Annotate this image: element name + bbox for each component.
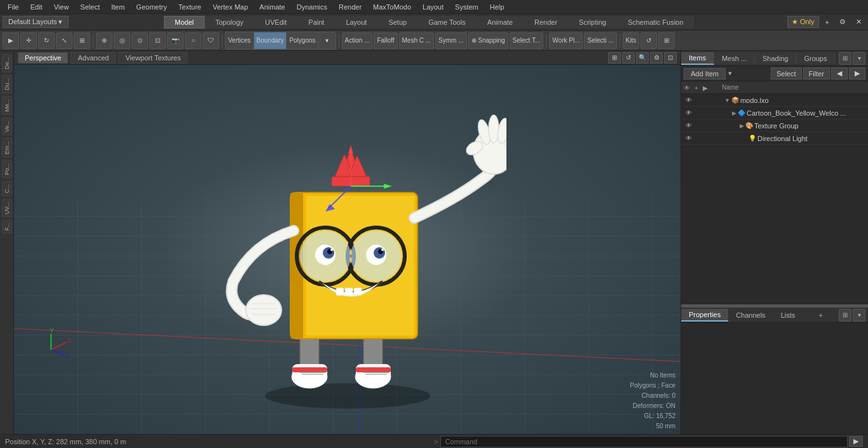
shield-btn[interactable]: 🛡: [203, 32, 219, 49]
layout-settings-btn[interactable]: ⚙: [836, 17, 850, 27]
vp-tab-perspective[interactable]: Perspective: [18, 52, 68, 64]
panel-expand-btn[interactable]: ⊞: [839, 52, 851, 65]
panel-tab-shading[interactable]: Shading: [755, 53, 796, 64]
layout-tab-game-tools[interactable]: Game Tools: [417, 16, 477, 29]
command-input[interactable]: [440, 436, 848, 447]
falloff-btn[interactable]: Falloff: [374, 32, 397, 49]
menu-animate[interactable]: Animate: [254, 2, 290, 12]
polygons-btn[interactable]: Polygons: [287, 32, 318, 49]
layout-tab-layout[interactable]: Layout: [335, 16, 377, 29]
lock-btn[interactable]: ⊙: [132, 32, 148, 49]
menu-geometry[interactable]: Geometry: [131, 2, 172, 12]
command-run-btn[interactable]: ▶: [849, 436, 863, 447]
left-sidebar-tab-8[interactable]: F...: [2, 220, 12, 234]
scale-mode-btn[interactable]: ⤡: [56, 32, 72, 49]
left-sidebar-tab-4[interactable]: Em...: [2, 138, 12, 158]
selecti-btn[interactable]: Selecti ...: [584, 32, 616, 49]
vp-settings-btn[interactable]: ⚙: [650, 52, 663, 64]
panel-tab-mesh[interactable]: Mesh ...: [714, 53, 755, 64]
layout-tab-model[interactable]: Model: [164, 16, 205, 29]
world-btn[interactable]: ⊕: [96, 32, 112, 49]
snapping-btn[interactable]: ⊕ Snapping: [468, 32, 508, 49]
vp-expand-btn[interactable]: ⊡: [664, 52, 677, 64]
menu-maxtomodo[interactable]: MaxToModo: [368, 2, 416, 12]
arrow-texture[interactable]: ▶: [740, 123, 744, 129]
left-sidebar-tab-2[interactable]: Me...: [2, 96, 12, 115]
snap-btn[interactable]: ◎: [114, 32, 130, 49]
layout-tab-scripting[interactable]: Scripting: [568, 16, 617, 29]
vp-tab-advanced[interactable]: Advanced: [71, 52, 116, 64]
eye-icon-texture[interactable]: 👁: [684, 121, 694, 131]
layout-tab-topology[interactable]: Topology: [205, 16, 254, 29]
filter-btn[interactable]: Filter: [803, 67, 830, 79]
transform-mode-btn[interactable]: ⊞: [74, 32, 90, 49]
menu-texture[interactable]: Texture: [173, 2, 207, 12]
left-sidebar-tab-0[interactable]: De...: [2, 54, 12, 72]
grid-btn[interactable]: ⊡: [149, 32, 166, 49]
menu-edit[interactable]: Edit: [25, 2, 48, 12]
eye-icon-book[interactable]: 👁: [684, 108, 694, 118]
viewport-canvas[interactable]: X Y Z No Items Polygons ; Face Channels:…: [14, 65, 681, 434]
eye-icon-modo[interactable]: 👁: [684, 95, 694, 105]
panel-tab-groups[interactable]: Groups: [796, 53, 835, 64]
item-row-modo-lxo[interactable]: 👁 ▼ 📦 modo.lxo: [681, 94, 868, 107]
expand-btn[interactable]: ▶: [849, 67, 865, 79]
left-sidebar-tab-7[interactable]: UV...: [2, 199, 12, 217]
layout-tab-paint[interactable]: Paint: [297, 16, 335, 29]
layout-tab-render[interactable]: Render: [524, 16, 568, 29]
menu-dynamics[interactable]: Dynamics: [292, 2, 332, 12]
vertices-btn[interactable]: Vertices: [226, 32, 254, 49]
collapse-btn[interactable]: ◀: [831, 67, 848, 79]
menu-layout[interactable]: Layout: [417, 2, 449, 12]
props-collapse-btn[interactable]: ▾: [853, 309, 865, 322]
viewport[interactable]: Perspective Advanced Viewport Textures ⊞…: [14, 51, 681, 434]
star-only-btn[interactable]: ★ Only: [787, 16, 819, 28]
menu-help[interactable]: Help: [485, 2, 510, 12]
left-sidebar-tab-6[interactable]: C...: [2, 181, 12, 196]
left-sidebar-tab-5[interactable]: Po...: [2, 160, 12, 179]
menu-select[interactable]: Select: [75, 2, 105, 12]
layout-tab-animate[interactable]: Animate: [477, 16, 524, 29]
select-mode-btn[interactable]: ▶: [3, 32, 19, 49]
select-btn[interactable]: Select: [771, 67, 802, 79]
circle-btn[interactable]: ○: [185, 32, 201, 49]
menu-render[interactable]: Render: [334, 2, 367, 12]
work-pl-btn[interactable]: Work Pl...: [549, 32, 583, 49]
expand-view-btn[interactable]: ⊞: [658, 32, 675, 49]
add-layout-btn[interactable]: +: [822, 17, 833, 27]
arrow-book[interactable]: ▶: [732, 110, 736, 116]
vp-zoom-btn[interactable]: 🔍: [636, 52, 649, 64]
props-plus-btn[interactable]: +: [813, 311, 827, 319]
layout-tab-schematic-fusion[interactable]: Schematic Fusion: [617, 16, 694, 29]
vp-tab-textures[interactable]: Viewport Textures: [118, 52, 187, 64]
layout-tab-uvedit[interactable]: UVEdit: [254, 16, 297, 29]
eye-icon-light[interactable]: 👁: [684, 133, 694, 144]
layout-close-btn[interactable]: ✕: [852, 17, 865, 27]
arrow-modo[interactable]: ▼: [724, 97, 730, 104]
menu-system[interactable]: System: [450, 2, 484, 12]
left-sidebar-tab-1[interactable]: Du...: [2, 75, 12, 93]
props-tab-channels[interactable]: Channels: [728, 309, 773, 321]
left-sidebar-tab-3[interactable]: Ve...: [2, 118, 12, 135]
move-mode-btn[interactable]: ✛: [20, 32, 37, 49]
vp-reset-btn[interactable]: ↺: [622, 52, 635, 64]
select-t-btn[interactable]: Select T...: [510, 32, 544, 49]
symm-btn[interactable]: Symm ...: [435, 32, 466, 49]
rotate-mode-btn[interactable]: ↻: [38, 32, 55, 49]
item-row-cartoon-book[interactable]: 👁 ▶ 🔷 Cartoon_Book_Yellow_Welco ...: [681, 107, 868, 119]
kits-btn[interactable]: Kits: [623, 32, 640, 49]
boundary-btn[interactable]: Boundary: [254, 32, 287, 49]
more-btn[interactable]: ▾: [319, 32, 336, 49]
menu-view[interactable]: View: [49, 2, 74, 12]
props-tab-lists[interactable]: Lists: [773, 309, 803, 321]
default-layouts-dropdown[interactable]: Default Layouts ▾: [3, 16, 69, 28]
camera-btn[interactable]: 📷: [167, 32, 184, 49]
vp-home-btn[interactable]: ⊞: [608, 52, 621, 64]
menu-vertex-map[interactable]: Vertex Map: [208, 2, 254, 12]
add-item-arrow[interactable]: ▾: [728, 69, 732, 78]
mesh-btn[interactable]: Mesh C ...: [399, 32, 435, 49]
panel-tab-items[interactable]: Items: [681, 52, 714, 65]
action-btn[interactable]: Action ...: [342, 32, 373, 49]
panel-collapse-btn[interactable]: ▾: [853, 52, 865, 65]
menu-file[interactable]: File: [3, 2, 24, 12]
